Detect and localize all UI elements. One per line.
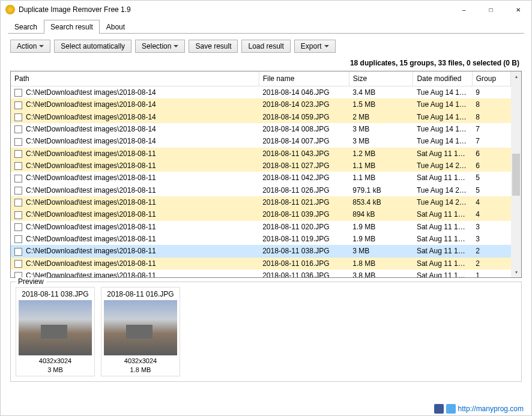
maximize-button[interactable]: □ [477, 1, 504, 19]
action-button[interactable]: Action [10, 40, 50, 53]
row-checkbox[interactable] [14, 138, 22, 146]
cell-date: Tue Aug 14 22:... [413, 196, 472, 208]
cell-group: 2 [472, 258, 510, 270]
col-date[interactable]: Date modified [413, 71, 472, 86]
preview-thumbnail [19, 300, 92, 355]
results-table[interactable]: Path File name Size Date modified Group … [11, 71, 511, 277]
cell-group: 1 [472, 270, 510, 277]
row-checkbox[interactable] [14, 187, 22, 194]
table-row[interactable]: C:\NetDownload\test images\2018-08-11201… [11, 160, 511, 172]
cell-fname: 2018-08-14 008.JPG [259, 123, 349, 135]
path-text: C:\NetDownload\test images\2018-08-11 [26, 271, 156, 277]
col-size[interactable]: Size [349, 71, 413, 86]
website-link[interactable]: http://manyprog.com [458, 405, 524, 413]
tab-search[interactable]: Search [8, 20, 44, 34]
table-row[interactable]: C:\NetDownload\test images\2018-08-11201… [11, 196, 511, 208]
cell-fname: 2018-08-11 021.JPG [259, 196, 349, 208]
table-row[interactable]: C:\NetDownload\test images\2018-08-14201… [11, 111, 511, 123]
col-path[interactable]: Path [11, 71, 259, 86]
vertical-scrollbar[interactable]: ▴ ▾ [511, 71, 521, 277]
export-button[interactable]: Export [294, 40, 336, 53]
row-checkbox[interactable] [14, 248, 22, 256]
row-checkbox[interactable] [14, 211, 22, 219]
row-checkbox[interactable] [14, 272, 22, 277]
row-checkbox[interactable] [14, 199, 22, 206]
cell-path: C:\NetDownload\test images\2018-08-14 [11, 123, 259, 135]
row-checkbox[interactable] [14, 113, 22, 121]
cell-date: Tue Aug 14 22:... [413, 184, 472, 196]
cell-group: 6 [472, 160, 510, 172]
row-checkbox[interactable] [14, 125, 22, 133]
cell-path: C:\NetDownload\test images\2018-08-11 [11, 208, 259, 220]
cell-size: 853.4 kB [349, 196, 413, 208]
cell-date: Sat Aug 11 19:... [413, 233, 472, 245]
cell-size: 1.5 MB [349, 98, 413, 110]
table-row[interactable]: C:\NetDownload\test images\2018-08-14201… [11, 123, 511, 135]
table-row[interactable]: C:\NetDownload\test images\2018-08-11201… [11, 258, 511, 270]
close-button[interactable]: ✕ [504, 1, 531, 19]
cell-fname: 2018-08-11 043.JPG [259, 148, 349, 160]
scroll-thumb[interactable] [512, 154, 520, 196]
cell-date: Tue Aug 14 15:... [413, 98, 472, 110]
path-text: C:\NetDownload\test images\2018-08-11 [26, 235, 156, 243]
cell-size: 1.1 MB [349, 160, 413, 172]
cell-date: Tue Aug 14 15:... [413, 135, 472, 147]
table-row[interactable]: C:\NetDownload\test images\2018-08-11201… [11, 221, 511, 233]
cell-path: C:\NetDownload\test images\2018-08-11 [11, 160, 259, 172]
cell-path: C:\NetDownload\test images\2018-08-11 [11, 172, 259, 184]
twitter-icon[interactable] [446, 404, 456, 414]
col-filename[interactable]: File name [259, 71, 349, 86]
path-text: C:\NetDownload\test images\2018-08-11 [26, 223, 156, 231]
row-checkbox[interactable] [14, 235, 22, 243]
save-result-label: Save result [195, 42, 231, 50]
row-checkbox[interactable] [14, 223, 22, 231]
preview-card[interactable]: 2018-08-11 016.JPG4032x30241.8 MB [101, 287, 180, 376]
table-row[interactable]: C:\NetDownload\test images\2018-08-11201… [11, 172, 511, 184]
cell-group: 4 [472, 196, 510, 208]
load-result-button[interactable]: Load result [241, 40, 290, 53]
table-row[interactable]: C:\NetDownload\test images\2018-08-11201… [11, 208, 511, 220]
col-group[interactable]: Group [472, 71, 510, 86]
row-checkbox[interactable] [14, 175, 22, 182]
table-row[interactable]: C:\NetDownload\test images\2018-08-11201… [11, 184, 511, 196]
tab-search-result[interactable]: Search result [44, 20, 100, 34]
table-row[interactable]: C:\NetDownload\test images\2018-08-14201… [11, 135, 511, 147]
action-label: Action [17, 42, 37, 50]
cell-fname: 2018-08-11 026.JPG [259, 184, 349, 196]
cell-fname: 2018-08-11 020.JPG [259, 221, 349, 233]
table-row[interactable]: C:\NetDownload\test images\2018-08-14201… [11, 86, 511, 99]
cell-fname: 2018-08-11 038.JPG [259, 245, 349, 257]
cell-group: 5 [472, 184, 510, 196]
table-row[interactable]: C:\NetDownload\test images\2018-08-14201… [11, 98, 511, 110]
preview-card[interactable]: 2018-08-11 038.JPG4032x30243 MB [16, 287, 95, 376]
preview-filename: 2018-08-11 038.JPG [22, 290, 88, 298]
row-checkbox[interactable] [14, 150, 22, 158]
minimize-button[interactable]: – [450, 1, 477, 19]
tab-about[interactable]: About [100, 20, 131, 34]
scroll-track[interactable] [511, 82, 521, 267]
cell-fname: 2018-08-11 019.JPG [259, 233, 349, 245]
scroll-down-icon[interactable]: ▾ [511, 267, 521, 277]
save-result-button[interactable]: Save result [189, 40, 238, 53]
row-checkbox[interactable] [14, 101, 22, 109]
cell-date: Tue Aug 14 15:... [413, 111, 472, 123]
row-checkbox[interactable] [14, 260, 22, 268]
cell-fname: 2018-08-11 016.JPG [259, 258, 349, 270]
preview-dimensions: 4032x3024 [124, 357, 157, 364]
row-checkbox[interactable] [14, 162, 22, 170]
select-auto-button[interactable]: Select automatically [54, 40, 131, 53]
facebook-icon[interactable] [434, 404, 444, 414]
cell-fname: 2018-08-11 036.JPG [259, 270, 349, 277]
table-row[interactable]: C:\NetDownload\test images\2018-08-11201… [11, 245, 511, 257]
scroll-up-icon[interactable]: ▴ [511, 71, 521, 82]
table-row[interactable]: C:\NetDownload\test images\2018-08-11201… [11, 148, 511, 160]
table-row[interactable]: C:\NetDownload\test images\2018-08-11201… [11, 233, 511, 245]
cell-size: 894 kB [349, 208, 413, 220]
table-row[interactable]: C:\NetDownload\test images\2018-08-11201… [11, 270, 511, 277]
selection-label: Selection [142, 42, 171, 50]
select-auto-label: Select automatically [61, 42, 125, 50]
row-checkbox[interactable] [14, 89, 22, 97]
selection-button[interactable]: Selection [135, 40, 185, 53]
cell-fname: 2018-08-14 059.JPG [259, 111, 349, 123]
caret-down-icon [324, 45, 329, 47]
